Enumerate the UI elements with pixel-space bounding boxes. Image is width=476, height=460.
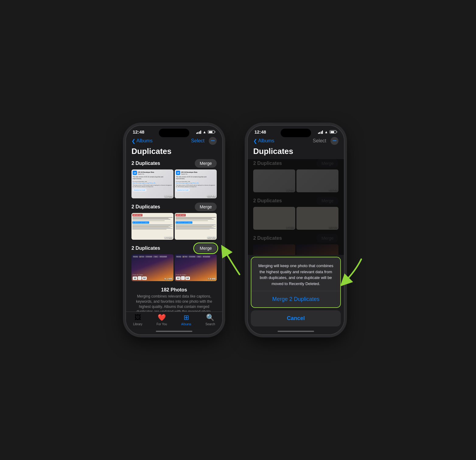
photo-size-2b: 469 KB <box>207 236 215 239</box>
ios-logo-1: 16 <box>133 171 137 175</box>
tab-label-search: Search <box>205 322 215 326</box>
photo-size-3a: 9.1 MB <box>164 277 172 280</box>
duplicate-group-1: 2 Duplicates Merge 16 iOS 16 Developer B… <box>131 159 217 198</box>
group-title-3: 2 Duplicates <box>131 246 160 251</box>
home-bar-1 <box>156 331 192 332</box>
page-title-1: Duplicates <box>126 147 222 159</box>
photos-count: 182 Photos <box>131 285 217 294</box>
arrow-annotation-2 <box>338 256 366 288</box>
scroll-content-2: 2 Duplicates Merge 1.2 MB 433 KB <box>248 159 344 255</box>
tab-for-you[interactable]: ❤️ For You <box>156 314 167 326</box>
more-button-1[interactable]: ••• <box>209 137 217 145</box>
foryou-icon: ❤️ <box>158 314 166 322</box>
signal-icon-2 <box>318 130 323 134</box>
nav-bar-1: ❮ Albums Select ••• <box>126 136 222 147</box>
modal-backdrop <box>248 159 344 255</box>
tab-search[interactable]: 🔍 Search <box>205 314 215 326</box>
select-button-2: Select <box>313 138 326 144</box>
albums-icon: ⊞ <box>184 314 189 322</box>
group-header-2: 2 Duplicates Merge <box>131 203 217 211</box>
photo-size-1a: 1.2 MB <box>164 195 172 197</box>
merge-button-2[interactable]: Merge <box>195 203 217 211</box>
signal-icon <box>196 130 201 134</box>
photo-thumb-1a: 16 iOS 16 Developer BetaApple Inc. This … <box>131 169 173 198</box>
wifi-icon: ▲ <box>203 130 206 134</box>
merge-duplicates-button[interactable]: Merge 2 Duplicates <box>251 291 340 307</box>
tab-albums[interactable]: ⊞ Albums <box>181 314 191 326</box>
action-sheet-message-area: Merging will keep one photo that combine… <box>251 257 340 291</box>
tab-label-library: Library <box>133 322 142 326</box>
page-title-2: Duplicates <box>248 147 344 159</box>
cancel-button[interactable]: Cancel <box>251 310 341 326</box>
merge-duplicates-label: Merge 2 Duplicates <box>272 296 319 302</box>
photo-size-3b: 7.9 MB <box>208 277 215 280</box>
nav-bar-2: ❮ Albums Select ••• <box>248 136 344 147</box>
group-title-2: 2 Duplicates <box>131 204 160 210</box>
phone-frame-2: 12:48 ▲ ❮ <box>247 125 345 335</box>
back-button-1[interactable]: ❮ Albums <box>131 138 152 144</box>
arrow-annotation <box>215 241 246 279</box>
duplicate-group-2: 2 Duplicates Merge IMPORTANT A. iOS Te <box>131 203 217 240</box>
battery-icon-2 <box>330 130 337 134</box>
select-button-1[interactable]: Select <box>191 138 205 144</box>
photo-thumb-2a: IMPORTANT A. iOS Terms and Conditions <box>131 213 173 240</box>
status-time-1: 12:48 <box>133 129 144 134</box>
photo-thumb-2b: IMPORTANT A. iOS Terms and Conditions <box>175 213 217 240</box>
home-bar-2 <box>278 331 314 332</box>
wifi-icon-2: ▲ <box>324 130 328 134</box>
photo-size-1b: 433 KB <box>207 195 215 197</box>
tab-library[interactable]: 🖼 Library <box>133 314 142 326</box>
chevron-left-icon-2: ❮ <box>253 138 257 144</box>
photo-row-1: 16 iOS 16 Developer BetaApple Inc. This … <box>131 169 217 198</box>
search-icon: 🔍 <box>206 314 214 322</box>
library-icon: 🖼 <box>135 314 141 322</box>
photo-thumb-3b: Security 🔒 Door 1 Unlocked ↓ Syst... ⬇ D… <box>175 254 217 281</box>
battery-icon <box>208 130 215 134</box>
group-header-3: 2 Duplicates Merge <box>131 244 217 253</box>
merge-button-1[interactable]: Merge <box>195 159 217 168</box>
photo-row-3: Security 🔒 Door 1 Unlocked ↓ Syst... ⬇ D… <box>131 254 217 281</box>
tab-label-foryou: For You <box>156 322 167 326</box>
group-title-1: 2 Duplicates <box>131 161 160 166</box>
dynamic-island-2 <box>281 129 311 137</box>
chevron-left-icon: ❮ <box>131 138 135 144</box>
status-icons-2: ▲ <box>318 130 337 134</box>
photo-thumb-3a: Security 🔒 Door 1 Unlocked ↓ Syst... ⬇ D… <box>131 254 173 281</box>
status-icons-1: ▲ <box>196 130 215 134</box>
photo-size-2a: 1.5 MB <box>164 236 172 239</box>
tab-bar-1: 🖼 Library ❤️ For You ⊞ Albums 🔍 Search <box>126 312 222 328</box>
action-sheet-container: Merging will keep one photo that combine… <box>248 255 344 326</box>
home-indicator-1 <box>126 328 222 334</box>
nav-actions-1: Select ••• <box>191 137 217 145</box>
status-time-2: 12:48 <box>254 129 266 134</box>
phone-2: 12:48 ▲ ❮ <box>247 125 351 335</box>
scroll-content-1: 2 Duplicates Merge 16 iOS 16 Developer B… <box>126 159 222 312</box>
more-button-2: ••• <box>331 137 338 145</box>
nav-actions-2: Select ••• <box>313 137 338 145</box>
action-sheet-message: Merging will keep one photo that combine… <box>256 263 335 287</box>
back-label-1: Albums <box>136 138 152 144</box>
home-indicator-2 <box>248 328 344 334</box>
phone-frame-1: 12:48 ▲ ❮ <box>125 125 223 335</box>
back-button-2[interactable]: ❮ Albums <box>253 138 274 144</box>
tab-label-albums: Albums <box>181 322 191 326</box>
photo-row-2: IMPORTANT A. iOS Terms and Conditions <box>131 213 217 240</box>
ios-logo-2: 16 <box>176 171 180 175</box>
photos-desc: Merging combines relevant data like capt… <box>131 294 217 312</box>
back-label-2: Albums <box>258 138 274 144</box>
duplicate-group-3: 2 Duplicates Merge Security 🔒 Door 1 Unl… <box>131 244 217 281</box>
phone-1: 12:48 ▲ ❮ <box>125 125 229 335</box>
merge-button-3-highlighted[interactable]: Merge <box>195 244 217 253</box>
cancel-label: Cancel <box>287 315 305 322</box>
action-sheet: Merging will keep one photo that combine… <box>251 257 341 308</box>
group-header-1: 2 Duplicates Merge <box>131 159 217 168</box>
photo-thumb-1b: 16 iOS 16 Developer BetaApple Inc. This … <box>175 169 217 198</box>
dynamic-island-1 <box>159 129 189 137</box>
